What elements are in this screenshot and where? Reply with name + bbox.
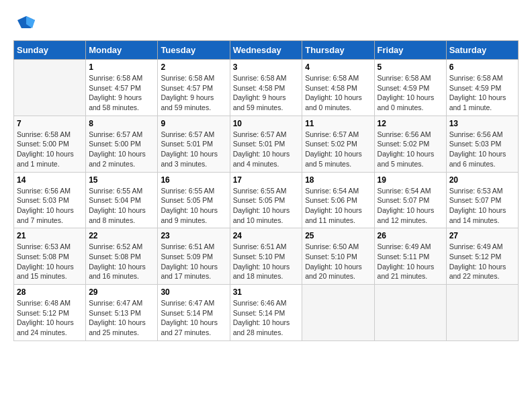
day-cell: 6Sunrise: 6:58 AMSunset: 4:59 PMDaylight…: [446, 60, 518, 116]
day-cell: 2Sunrise: 6:58 AMSunset: 4:57 PMDaylight…: [158, 60, 230, 116]
day-info: Sunrise: 6:49 AMSunset: 5:11 PMDaylight:…: [378, 242, 443, 281]
day-info: Sunrise: 6:51 AMSunset: 5:10 PMDaylight:…: [233, 242, 300, 281]
day-cell: 10Sunrise: 6:57 AMSunset: 5:01 PMDayligh…: [230, 116, 302, 172]
day-number: 22: [89, 231, 154, 240]
header-cell-thursday: Thursday: [302, 41, 374, 60]
day-number: 15: [89, 175, 154, 185]
day-cell: 1Sunrise: 6:58 AMSunset: 4:57 PMDaylight…: [86, 60, 158, 116]
day-number: 16: [161, 175, 226, 185]
day-info: Sunrise: 6:57 AMSunset: 5:01 PMDaylight:…: [233, 130, 300, 169]
day-number: 17: [233, 175, 300, 185]
day-info: Sunrise: 6:53 AMSunset: 5:07 PMDaylight:…: [449, 186, 515, 226]
day-cell: 27Sunrise: 6:49 AMSunset: 5:12 PMDayligh…: [446, 228, 518, 285]
day-number: 5: [378, 62, 443, 72]
day-cell: 23Sunrise: 6:51 AMSunset: 5:09 PMDayligh…: [158, 228, 230, 285]
day-number: 26: [378, 231, 443, 240]
day-info: Sunrise: 6:55 AMSunset: 5:05 PMDaylight:…: [161, 186, 226, 226]
header-cell-tuesday: Tuesday: [158, 41, 230, 60]
week-row-1: 1Sunrise: 6:58 AMSunset: 4:57 PMDaylight…: [14, 60, 519, 116]
day-cell: 30Sunrise: 6:47 AMSunset: 5:14 PMDayligh…: [158, 285, 230, 341]
page-header: [13, 13, 519, 34]
day-cell: 22Sunrise: 6:52 AMSunset: 5:08 PMDayligh…: [86, 228, 158, 285]
day-info: Sunrise: 6:58 AMSunset: 4:58 PMDaylight:…: [233, 73, 300, 113]
day-cell: [374, 285, 446, 341]
logo: [13, 13, 36, 34]
day-info: Sunrise: 6:58 AMSunset: 4:57 PMDaylight:…: [161, 73, 226, 113]
day-cell: 9Sunrise: 6:57 AMSunset: 5:01 PMDaylight…: [158, 116, 230, 172]
day-number: 8: [89, 119, 154, 128]
day-info: Sunrise: 6:58 AMSunset: 4:58 PMDaylight:…: [305, 73, 371, 113]
day-number: 30: [161, 287, 226, 297]
day-info: Sunrise: 6:58 AMSunset: 4:59 PMDaylight:…: [449, 73, 515, 113]
day-number: 12: [378, 119, 443, 128]
header-cell-wednesday: Wednesday: [230, 41, 302, 60]
day-number: 10: [233, 119, 300, 128]
week-row-2: 7Sunrise: 6:58 AMSunset: 5:00 PMDaylight…: [14, 116, 519, 172]
day-info: Sunrise: 6:50 AMSunset: 5:10 PMDaylight:…: [305, 242, 371, 281]
day-cell: 5Sunrise: 6:58 AMSunset: 4:59 PMDaylight…: [374, 60, 446, 116]
day-number: 13: [449, 119, 515, 128]
day-number: 7: [17, 119, 83, 128]
day-number: 18: [305, 175, 371, 185]
day-number: 4: [305, 62, 371, 72]
day-info: Sunrise: 6:57 AMSunset: 5:02 PMDaylight:…: [305, 130, 371, 169]
day-number: 2: [161, 62, 226, 72]
day-info: Sunrise: 6:54 AMSunset: 5:07 PMDaylight:…: [378, 186, 443, 226]
day-info: Sunrise: 6:52 AMSunset: 5:08 PMDaylight:…: [89, 242, 154, 281]
day-number: 19: [378, 175, 443, 185]
day-info: Sunrise: 6:58 AMSunset: 5:00 PMDaylight:…: [17, 130, 83, 169]
day-cell: 12Sunrise: 6:56 AMSunset: 5:02 PMDayligh…: [374, 116, 446, 172]
day-info: Sunrise: 6:49 AMSunset: 5:12 PMDaylight:…: [449, 242, 515, 281]
day-info: Sunrise: 6:51 AMSunset: 5:09 PMDaylight:…: [161, 242, 226, 281]
header-cell-monday: Monday: [86, 41, 158, 60]
day-number: 1: [89, 62, 154, 72]
header-cell-saturday: Saturday: [446, 41, 518, 60]
header-cell-sunday: Sunday: [14, 41, 86, 60]
day-cell: 8Sunrise: 6:57 AMSunset: 5:00 PMDaylight…: [86, 116, 158, 172]
day-info: Sunrise: 6:57 AMSunset: 5:01 PMDaylight:…: [161, 130, 226, 169]
day-info: Sunrise: 6:46 AMSunset: 5:14 PMDaylight:…: [233, 298, 300, 338]
day-cell: [446, 285, 518, 341]
day-number: 25: [305, 231, 371, 240]
day-cell: 13Sunrise: 6:56 AMSunset: 5:03 PMDayligh…: [446, 116, 518, 172]
day-number: 6: [449, 62, 515, 72]
day-number: 3: [233, 62, 300, 72]
day-info: Sunrise: 6:47 AMSunset: 5:14 PMDaylight:…: [161, 298, 226, 338]
day-cell: 21Sunrise: 6:53 AMSunset: 5:08 PMDayligh…: [14, 228, 86, 285]
day-info: Sunrise: 6:56 AMSunset: 5:02 PMDaylight:…: [378, 130, 443, 169]
week-row-5: 28Sunrise: 6:48 AMSunset: 5:12 PMDayligh…: [14, 285, 519, 341]
day-cell: 14Sunrise: 6:56 AMSunset: 5:03 PMDayligh…: [14, 172, 86, 228]
day-number: 23: [161, 231, 226, 240]
day-info: Sunrise: 6:58 AMSunset: 4:59 PMDaylight:…: [378, 73, 443, 113]
day-info: Sunrise: 6:58 AMSunset: 4:57 PMDaylight:…: [89, 73, 154, 113]
day-number: 31: [233, 287, 300, 297]
day-cell: [14, 60, 86, 116]
day-number: 28: [17, 287, 83, 297]
day-cell: 15Sunrise: 6:55 AMSunset: 5:04 PMDayligh…: [86, 172, 158, 228]
day-number: 21: [17, 231, 83, 240]
logo-icon: [16, 13, 36, 34]
day-info: Sunrise: 6:53 AMSunset: 5:08 PMDaylight:…: [17, 242, 83, 281]
day-number: 14: [17, 175, 83, 185]
day-number: 29: [89, 287, 154, 297]
day-number: 20: [449, 175, 515, 185]
day-cell: 24Sunrise: 6:51 AMSunset: 5:10 PMDayligh…: [230, 228, 302, 285]
calendar-table: SundayMondayTuesdayWednesdayThursdayFrid…: [13, 40, 519, 341]
day-cell: 20Sunrise: 6:53 AMSunset: 5:07 PMDayligh…: [446, 172, 518, 228]
week-row-4: 21Sunrise: 6:53 AMSunset: 5:08 PMDayligh…: [14, 228, 519, 285]
day-info: Sunrise: 6:57 AMSunset: 5:00 PMDaylight:…: [89, 130, 154, 169]
day-info: Sunrise: 6:56 AMSunset: 5:03 PMDaylight:…: [449, 130, 515, 169]
day-cell: 4Sunrise: 6:58 AMSunset: 4:58 PMDaylight…: [302, 60, 374, 116]
day-cell: 7Sunrise: 6:58 AMSunset: 5:00 PMDaylight…: [14, 116, 86, 172]
day-number: 27: [449, 231, 515, 240]
day-number: 11: [305, 119, 371, 128]
day-cell: 19Sunrise: 6:54 AMSunset: 5:07 PMDayligh…: [374, 172, 446, 228]
day-cell: 18Sunrise: 6:54 AMSunset: 5:06 PMDayligh…: [302, 172, 374, 228]
day-cell: 17Sunrise: 6:55 AMSunset: 5:05 PMDayligh…: [230, 172, 302, 228]
day-cell: 25Sunrise: 6:50 AMSunset: 5:10 PMDayligh…: [302, 228, 374, 285]
day-cell: 3Sunrise: 6:58 AMSunset: 4:58 PMDaylight…: [230, 60, 302, 116]
day-cell: 16Sunrise: 6:55 AMSunset: 5:05 PMDayligh…: [158, 172, 230, 228]
day-info: Sunrise: 6:55 AMSunset: 5:05 PMDaylight:…: [233, 186, 300, 226]
calendar-header-row: SundayMondayTuesdayWednesdayThursdayFrid…: [14, 41, 519, 60]
day-cell: 11Sunrise: 6:57 AMSunset: 5:02 PMDayligh…: [302, 116, 374, 172]
